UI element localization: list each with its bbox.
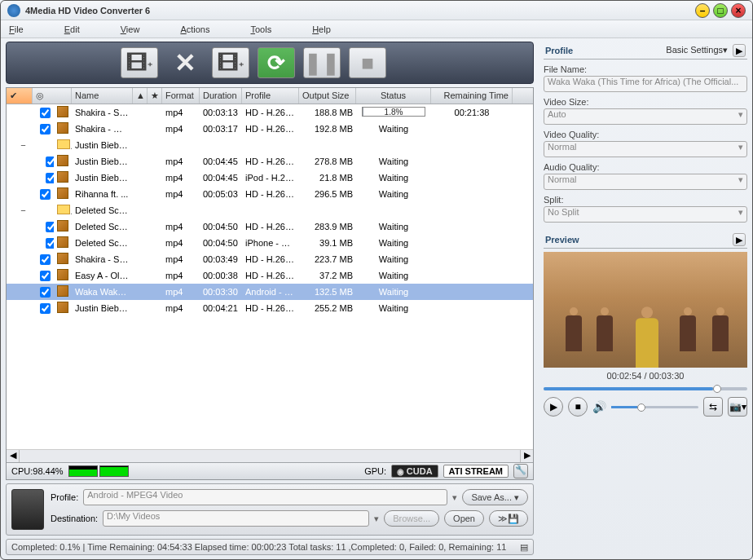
table-row[interactable]: Rihanna ft. ...mp400:05:03HD - H.264 ...… [7,186,533,202]
row-name: Deleted Sce... [72,222,133,231]
row-duration: 00:03:17 [200,124,242,134]
table-row[interactable]: Shakira - Su...mp400:03:13HD - H.264 ...… [7,104,533,121]
split-select[interactable]: No Split▾ [544,206,747,223]
settings-mode-dropdown[interactable]: Basic Settings▾ [666,45,728,55]
menu-file[interactable]: File [9,24,24,34]
table-row[interactable]: Justin Bieber...mp400:04:45HD - H.264 ..… [7,153,533,170]
table-row[interactable]: Waka Waka ...mp400:03:30Android - M...13… [7,284,533,300]
row-checkbox[interactable] [46,173,54,183]
volume-slider[interactable] [611,406,698,408]
col-remaining[interactable]: Remaining Time [431,88,513,104]
col-check[interactable]: ✔ [7,88,33,104]
add-profile-button[interactable]: 🎞₊ [212,47,249,78]
row-profile: HD - H.264 ... [242,157,299,166]
remove-button[interactable]: ✕ [166,47,204,78]
table-row[interactable]: Deleted Sce...mp400:04:50iPhone - H....3… [7,235,533,251]
row-checkbox[interactable] [40,124,51,134]
pause-button[interactable]: ❚❚ [303,47,341,78]
preview-video[interactable] [544,252,747,368]
h-scrollbar[interactable]: ◀ ▶ [7,449,533,462]
status-bar: Completed: 0.1% | Time Remaining: 04:54:… [6,539,534,555]
table-row[interactable]: Justin Bieber...mp400:04:21HD - H.264 ..… [7,300,533,316]
row-checkbox[interactable] [46,157,54,167]
menu-view[interactable]: View [121,24,140,34]
minimize-button[interactable]: – [695,3,710,18]
row-profile: HD - H.264 ... [242,303,299,313]
videoquality-select[interactable]: Normal▾ [544,141,747,157]
menu-tools[interactable]: Tools [250,24,271,34]
col-size[interactable]: Output Size [299,88,356,104]
row-checkbox[interactable] [40,254,51,265]
row-checkbox[interactable] [40,271,51,281]
expand-arrow-icon[interactable]: ▶ [733,44,746,57]
audioquality-select[interactable]: Normal▾ [544,174,747,190]
table-row[interactable]: Justin Bieber...mp400:04:45iPod - H.26..… [7,170,533,186]
table-row[interactable]: Shakira - Wh...mp400:03:17HD - H.264 ...… [7,121,533,137]
preview-expand-icon[interactable]: ▶ [733,233,746,246]
grid-body[interactable]: Shakira - Su...mp400:03:13HD - H.264 ...… [7,104,533,449]
expand-icon[interactable]: − [19,141,28,150]
col-format[interactable]: Format [162,88,200,104]
col-star[interactable]: ★ [148,88,162,104]
menu-bar: File Edit View Actions Tools Help [1,20,752,38]
profile-select[interactable]: Android - MPEG4 Video [83,489,447,505]
bottom-panel: Profile: Android - MPEG4 Video ▾ Save As… [6,483,534,536]
settings-icon[interactable]: 🔧 [513,464,528,478]
filename-input[interactable]: Waka Waka (This Time for Africa) (The Of… [544,76,747,92]
file-grid: ✔ ◎ Name ▲ ★ Format Duration Profile Out… [6,87,534,480]
open-button[interactable]: Open [444,510,484,527]
convert-button[interactable]: ⟳ [258,47,295,78]
row-checkbox[interactable] [40,303,51,314]
table-row[interactable]: Deleted Sce...mp400:04:50HD - H.264 ...2… [7,218,533,235]
row-checkbox[interactable] [46,222,54,232]
add-file-button[interactable]: 🎞₊ [121,47,158,78]
browse-button[interactable]: Browse... [384,510,439,527]
log-icon[interactable]: ▤ [520,542,528,553]
cuda-chip[interactable]: ◉ CUDA [391,465,438,478]
video-file-icon [57,269,68,280]
row-profile: Android - M... [242,287,299,297]
stop-button[interactable]: ■ [349,47,386,78]
volume-icon[interactable]: 🔊 [592,400,606,413]
menu-actions[interactable]: Actions [180,24,209,34]
table-row[interactable]: Shakira - Sh...mp400:03:49HD - H.264 ...… [7,251,533,267]
row-checkbox[interactable] [40,108,51,118]
col-sort-icon[interactable]: ▲ [133,88,148,104]
row-checkbox[interactable] [46,238,54,249]
cpu-bars [68,465,129,477]
expand-icon[interactable]: − [19,206,28,215]
row-format: mp4 [162,173,200,183]
seek-slider[interactable] [544,387,747,390]
export-button[interactable]: ≫💾 [489,510,528,527]
col-duration[interactable]: Duration [200,88,242,104]
row-size: 188.8 MB [299,108,356,117]
table-row[interactable]: −Justin Bieber... [7,137,533,153]
menu-help[interactable]: Help [312,24,331,34]
row-checkbox[interactable] [40,287,51,298]
table-row[interactable]: −Deleted Sce... [7,202,533,218]
row-duration: 00:04:21 [200,303,242,313]
ati-chip[interactable]: ATI STREAM [443,465,509,478]
col-status[interactable]: Status [356,88,431,104]
side-panel: Profile Basic Settings▾ ▶ File Name:Waka… [539,38,752,560]
snapshot-button[interactable]: 📷▾ [728,397,747,417]
save-as-button[interactable]: Save As... ▾ [462,489,528,505]
col-profile[interactable]: Profile [242,88,299,104]
play-button[interactable]: ▶ [544,397,563,417]
col-name[interactable]: Name [72,88,133,104]
menu-edit[interactable]: Edit [64,24,80,34]
to-list-button[interactable]: ⇆ [703,397,723,417]
row-duration: 00:04:50 [200,238,242,248]
row-profile: HD - H.264 ... [242,189,299,199]
row-size: 223.7 MB [299,254,356,264]
row-checkbox[interactable] [40,189,51,200]
preview-panel-header: Preview ▶ [544,231,747,249]
close-button[interactable]: × [731,3,746,18]
destination-input[interactable]: D:\My Videos [103,510,369,527]
table-row[interactable]: Easy A - Oliv...mp400:00:38HD - H.264 ..… [7,267,533,284]
maximize-button[interactable]: □ [713,3,728,18]
stop-preview-button[interactable]: ■ [568,397,588,417]
row-size: 283.9 MB [299,222,356,231]
col-icon-spacer: ◎ [33,88,72,104]
videosize-select[interactable]: Auto▾ [544,108,747,125]
